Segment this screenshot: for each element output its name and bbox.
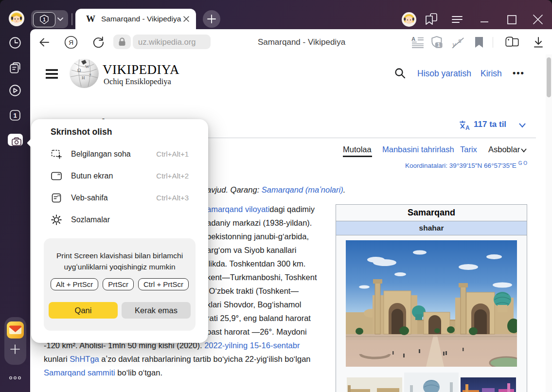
new-tab-button[interactable] [203,10,220,28]
sidebar-articles-button[interactable] [8,61,22,75]
article-text: dagi qadimiy [269,205,315,214]
wiki-wordmark[interactable]: VIKIPEDIYA [103,62,179,77]
article-text: argʻom va Siyob kanallari [207,246,296,254]
sidebar-screenshot-button[interactable] [7,133,24,149]
gur-emir-thumb[interactable] [404,373,459,392]
sidebar-history-button[interactable] [8,36,22,50]
tab-tools[interactable]: Asboblar [488,145,520,154]
yandex-logo-icon: Я [64,36,78,49]
article-link[interactable]: ShHTga [70,355,99,363]
notifications-button[interactable] [424,12,439,27]
back-button[interactable] [38,36,51,49]
reader-mode-icon: A [411,36,424,49]
article-link[interactable]: amarqand viloyati [207,205,269,214]
sidebar-media-button[interactable] [8,84,22,97]
scrollbar-track[interactable] [546,54,552,392]
yandex-mail-icon [6,321,24,339]
article-text: kent—Turkmanboshi, Toshkent [207,273,317,282]
article-link[interactable]: Samarqand sammiti [44,368,115,377]
menu-item-web-page[interactable]: Veb-sahifa Ctrl+Alt+3 [31,187,208,209]
infobox-title: Samarqand [336,205,527,221]
tab-group-badge[interactable]: 1 [33,12,55,27]
tab-history[interactable]: Tarix [460,145,477,154]
reload-button[interactable] [91,36,105,49]
login-link[interactable]: Kirish [481,69,502,79]
tab-edit-source[interactable]: Manbasini tahrirlash [382,145,454,154]
tab-group-control[interactable]: 1 [31,10,68,28]
download-icon [532,36,545,49]
reader-mode-button[interactable]: A [411,36,424,49]
dismiss-button[interactable]: Kerak emas [122,302,191,319]
tab-read[interactable]: Mutolaa [343,145,372,154]
browser-window: 1 W Samarqand - Vikipediya [0,0,552,392]
article-text: rati 25,9°, eng baland harorat [207,314,311,322]
collections-icon [504,35,520,50]
scrollbar-thumb[interactable] [547,57,551,97]
menu-item-settings[interactable]: Sozlamalar [31,209,208,231]
article-line: avjud. Qarang: Samarqand (maʼnolari). [207,183,345,196]
close-button[interactable] [530,12,546,27]
menu-item-full-screen[interactable]: Butun ekran Ctrl+Alt+2 [31,165,208,187]
wiki-search-button[interactable] [394,67,407,80]
url-text: uz.wikipedia.org [138,37,196,47]
sidebar-tabs-button[interactable]: 1 [9,109,21,122]
article-link[interactable]: 16-sentabr [262,341,300,350]
back-arrow-icon [38,36,51,49]
create-account-link[interactable]: Hisob yaratish [417,69,471,79]
downloads-button[interactable] [532,36,545,49]
article-link[interactable]: 2022-yilning 15 [204,341,259,350]
infobox: Samarqand shahar [336,204,527,392]
wikipedia-logo[interactable]: ΩW H7 [69,57,100,89]
profile-avatar[interactable] [402,12,416,27]
infobox-subtitle: shahar [336,221,527,235]
site-security-button[interactable] [113,35,131,49]
shield-icon: 1 [430,35,445,51]
language-selector[interactable]: A 117 ta til [459,119,532,132]
registan-photo[interactable] [346,240,517,367]
menu-item-label: Veb-sahifa [71,194,156,202]
collections-button[interactable] [504,35,520,50]
translate-off-button[interactable]: y s [451,36,465,49]
tab-close-icon[interactable] [181,14,190,24]
sidebar-more-button[interactable] [9,374,22,378]
article-line: rati 25,9°, eng baland harorat [207,311,311,325]
enable-button[interactable]: Qani [49,302,118,319]
ellipsis-icon [9,375,22,380]
article-text: avjud. Qarang: [207,185,262,194]
user-avatar[interactable] [9,11,24,26]
svg-text:A: A [411,36,415,42]
menu-item-selected-area[interactable]: Belgilangan soha Ctrl+Alt+1 [31,143,208,165]
chevron-down-icon[interactable] [56,17,64,22]
printscreen-hint-box: Print Screen klavishasi bilan birlamchi … [44,238,196,331]
svg-text:1: 1 [437,42,440,48]
registan-night-thumb[interactable] [461,377,516,392]
minimize-button[interactable] [477,12,492,27]
sidebar-mail-app[interactable] [6,321,24,339]
article-text: llikda. Toshkentdan 300 km. [207,259,305,268]
active-tab[interactable]: W Samarqand - Vikipediya [75,9,196,29]
maximize-button[interactable] [504,12,519,27]
registan-day-thumb[interactable] [347,377,402,392]
wiki-more-button[interactable]: ••• [513,68,525,78]
protect-shield-button[interactable]: 1 [430,35,445,51]
wiki-menu-button[interactable] [45,69,59,79]
bookmark-icon [474,36,484,49]
yandex-button[interactable]: Я [64,36,78,49]
svg-text:Я: Я [69,39,73,46]
hint-line-1: Print Screen klavishasi bilan birlamchi [44,250,196,261]
screenshot-camera-icon [7,133,24,149]
coordinates-label: Koordinatalari: [405,162,447,169]
coordinates-line[interactable]: Koordinatalari: 39°39′15″N 66°57′35″E G … [340,160,527,169]
coordinates-sup-links[interactable]: G O [518,160,527,166]
plus-icon [203,10,220,28]
menu-button[interactable] [450,13,464,26]
chevron-down-icon[interactable] [520,148,527,153]
bookmark-button[interactable] [474,36,484,49]
web-page-icon [51,192,62,204]
svg-text:A: A [465,125,470,131]
sidebar-add-app-button[interactable] [8,342,22,356]
close-icon [530,12,546,27]
coordinates-value[interactable]: 39°39′15″N 66°57′35″E [449,162,516,169]
active-tab-underline [343,156,372,157]
article-link[interactable]: Samarqand (maʼnolari) [262,185,343,194]
